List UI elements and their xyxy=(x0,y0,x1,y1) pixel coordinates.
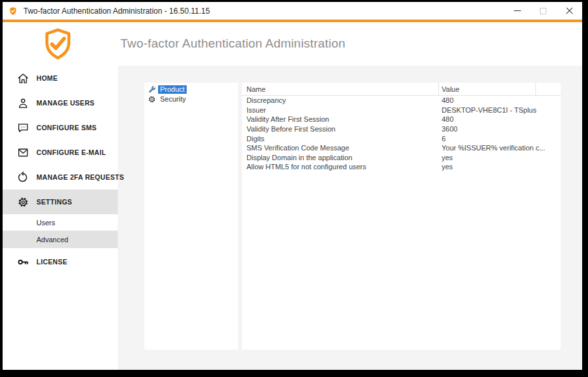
setting-value: 480 xyxy=(438,96,555,104)
page-header: Two-factor Authentication Administration xyxy=(3,22,582,66)
gear-icon xyxy=(17,196,29,208)
table-row[interactable]: Discrepancy 480 xyxy=(242,96,561,105)
sidebar-item-manage-2fa-requests[interactable]: MANAGE 2FA REQUESTS xyxy=(3,165,118,189)
key-icon xyxy=(17,256,29,268)
setting-name: Validity Before First Session xyxy=(242,125,438,133)
column-separator xyxy=(438,83,439,95)
sidebar-item-license[interactable]: LICENSE xyxy=(3,248,118,275)
home-icon xyxy=(17,72,29,85)
tree-item-label: Security xyxy=(158,95,188,104)
settings-table-panel: Name Value Discrepancy 480 Issuer DESKTO… xyxy=(242,83,561,350)
tree-item-label: Product xyxy=(158,85,187,94)
settings-tree-panel: Product Security xyxy=(144,83,238,350)
setting-value: 6 xyxy=(438,135,555,143)
table-row[interactable]: SMS Verification Code Message Your %ISSU… xyxy=(242,143,561,153)
sidebar-item-label: MANAGE 2FA REQUESTS xyxy=(36,173,124,181)
column-separator xyxy=(535,83,536,95)
setting-value: 480 xyxy=(438,115,555,123)
sidebar-subitem-label: Users xyxy=(36,219,55,227)
titlebar: Two-factor Authentication Administration… xyxy=(3,2,582,20)
maximize-button[interactable] xyxy=(530,2,556,20)
table-row[interactable]: Digits 6 xyxy=(242,133,561,143)
setting-name: Discrepancy xyxy=(242,96,438,104)
sidebar-item-label: MANAGE USERS xyxy=(36,99,94,107)
setting-name: SMS Verification Code Message xyxy=(242,144,438,152)
sidebar-subitem-users[interactable]: Users xyxy=(3,214,118,231)
table-row[interactable]: Issuer DESKTOP-VHE8C1I - TSplus xyxy=(242,105,561,115)
setting-value: yes xyxy=(438,163,555,171)
history-arrow-icon xyxy=(17,171,29,184)
sidebar-item-label: SETTINGS xyxy=(36,198,72,206)
page-title: Two-factor Authentication Administration xyxy=(120,36,345,51)
app-window: Two-factor Authentication Administration… xyxy=(3,2,582,370)
user-icon xyxy=(17,97,29,109)
setting-value: DESKTOP-VHE8C1I - TSplus xyxy=(438,106,555,114)
gear-icon xyxy=(148,95,156,104)
setting-name: Allow HTML5 for not configured users xyxy=(242,163,438,171)
close-icon xyxy=(566,7,573,14)
table-row[interactable]: Validity After First Session 480 xyxy=(242,115,561,124)
maximize-icon xyxy=(540,8,546,14)
table-row[interactable]: Allow HTML5 for not configured users yes xyxy=(242,162,561,172)
setting-name: Digits xyxy=(242,135,438,143)
shield-logo-icon xyxy=(41,26,75,62)
sidebar-item-label: CONFIGURE SMS xyxy=(36,124,97,132)
tree-item-security[interactable]: Security xyxy=(144,94,238,104)
setting-value: yes xyxy=(438,154,555,161)
table-row[interactable]: Display Domain in the application yes xyxy=(242,153,561,163)
setting-name: Validity After First Session xyxy=(242,115,438,123)
sidebar-item-label: LICENSE xyxy=(36,258,68,266)
setting-value: Your %ISSUER% verification c... xyxy=(438,144,555,152)
sidebar-item-label: CONFIGURE E-MAIL xyxy=(36,148,106,156)
sidebar-item-configure-email[interactable]: CONFIGURE E-MAIL xyxy=(3,140,118,165)
sidebar-item-configure-sms[interactable]: CONFIGURE SMS xyxy=(3,115,118,140)
window-controls xyxy=(504,2,582,20)
minimize-icon xyxy=(514,10,521,11)
wrench-icon xyxy=(148,85,156,94)
app-shield-icon xyxy=(8,7,18,16)
sidebar: HOME MANAGE USERS CONFIGURE SMS CON xyxy=(3,66,118,370)
sidebar-item-manage-users[interactable]: MANAGE USERS xyxy=(3,91,118,115)
sidebar-item-settings[interactable]: SETTINGS xyxy=(3,189,118,214)
setting-name: Display Domain in the application xyxy=(242,154,438,161)
tree-item-product[interactable]: Product xyxy=(144,85,238,94)
column-header-name[interactable]: Name xyxy=(242,85,438,93)
sidebar-item-label: HOME xyxy=(36,74,58,82)
envelope-icon xyxy=(17,147,29,159)
setting-name: Issuer xyxy=(242,106,438,114)
sidebar-subitem-advanced[interactable]: Advanced xyxy=(3,231,118,248)
sidebar-subitem-label: Advanced xyxy=(36,236,68,244)
chat-bubble-icon xyxy=(17,122,29,134)
table-row[interactable]: Validity Before First Session 3600 xyxy=(242,124,561,134)
close-button[interactable] xyxy=(556,2,582,20)
setting-value: 3600 xyxy=(438,125,555,133)
table-header: Name Value xyxy=(242,83,561,96)
window-title: Two-factor Authentication Administration… xyxy=(23,7,210,16)
minimize-button[interactable] xyxy=(504,2,530,20)
column-header-value[interactable]: Value xyxy=(438,85,535,93)
sidebar-item-home[interactable]: HOME xyxy=(3,66,118,91)
